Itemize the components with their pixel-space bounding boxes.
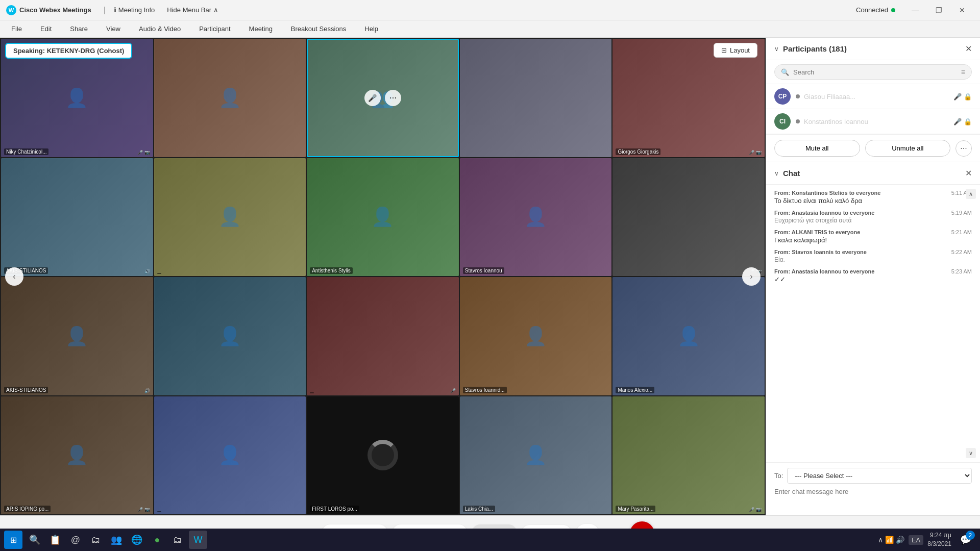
participant-mute-icon-1[interactable]: 🎤 <box>953 93 962 101</box>
video-cell-7[interactable]: 👤 <box>154 158 306 277</box>
participant-avatar-1: 👤 <box>65 87 88 109</box>
close-button[interactable]: ✕ <box>950 2 974 18</box>
notifications-button[interactable]: 💬 2 <box>957 531 975 549</box>
taskbar-mail[interactable]: @ <box>66 531 85 549</box>
menu-edit[interactable]: Edit <box>37 23 55 35</box>
participants-more-button[interactable]: ··· <box>955 140 972 157</box>
menu-participant[interactable]: Participant <box>196 23 233 35</box>
menu-meeting[interactable]: Meeting <box>246 23 276 35</box>
video-cell-2[interactable]: 👤 <box>154 39 306 157</box>
video-cell-14[interactable]: 👤 Stavros Ioannid... <box>460 277 612 395</box>
taskbar-clock[interactable]: 9:24 πμ 8/3/2021 <box>927 531 951 548</box>
menu-help[interactable]: Help <box>361 23 381 35</box>
video-cell-6[interactable]: AKIS-STILIANOS 🔊 <box>1 158 153 277</box>
video-cell-18[interactable]: FIRST LOROS po... <box>307 396 459 515</box>
video-cell-16[interactable]: 👤 ARIS IOPING po... 🎤 📷 <box>1 396 153 515</box>
video-cell-11[interactable]: 👤 AKIS-STILIANOS 🔊 <box>1 277 153 395</box>
taskbar-explorer[interactable]: 🗂 <box>168 531 187 549</box>
chat-scroll-down-button[interactable]: ∨ <box>966 448 976 458</box>
chat-msg-header-3: From: ALKANI TRIS to everyone 5:21 AM <box>774 229 972 235</box>
chat-msg-header-4: From: Stavros Ioannis to everyone 5:22 A… <box>774 249 972 255</box>
speaker-more-btn[interactable]: ⋯ <box>385 90 401 106</box>
menu-file[interactable]: File <box>8 23 25 35</box>
participants-search-input[interactable] <box>793 68 957 76</box>
chat-recipient-select[interactable]: --- Please Select --- Everyone <box>787 468 972 484</box>
participants-close-button[interactable]: ✕ <box>965 44 972 54</box>
participant-status-dot-2 <box>796 119 800 123</box>
participant-mute-icon-2[interactable]: 🎤 <box>953 118 962 126</box>
menu-audio-video[interactable]: Audio & Video <box>136 23 184 35</box>
participant-avatar-15: 👤 <box>677 325 700 347</box>
filter-icon[interactable]: ≡ <box>961 68 965 76</box>
chat-close-button[interactable]: ✕ <box>965 168 972 178</box>
participants-header: ∨ Participants (181) ✕ <box>766 38 980 60</box>
meeting-info-button[interactable]: ℹ Meeting Info <box>110 5 159 15</box>
mute-icon-1: 🎤 <box>137 150 143 155</box>
video-off-icon-5: 📷 <box>756 150 762 155</box>
video-cell-8[interactable]: 👤 Antisthenis Stylis <box>307 158 459 277</box>
menu-breakout-sessions[interactable]: Breakout Sessions <box>288 23 349 35</box>
hide-menu-button[interactable]: Hide Menu Bar ∧ <box>163 5 223 15</box>
speaker-mute-toggle[interactable]: 🎤 <box>364 90 381 106</box>
video-cell-13[interactable]: 🎤 <box>307 277 459 395</box>
minimize-button[interactable]: — <box>903 2 927 18</box>
chat-message-input[interactable] <box>774 488 972 508</box>
video-icons-6: 🔊 <box>144 269 150 274</box>
participant-status-dot-1 <box>796 94 800 98</box>
participant-name-18: FIRST LOROS po... <box>310 506 359 512</box>
participant-avatar-2: 👤 <box>218 87 241 109</box>
taskbar-teams[interactable]: 👥 <box>107 531 126 549</box>
restore-button[interactable]: ❐ <box>927 2 950 18</box>
participants-collapse-icon[interactable]: ∨ <box>774 45 779 53</box>
video-grid: 👤 Niky Chatzinicol... 🎤 📷 👤 👥 🎤 ⋯ <box>0 38 766 515</box>
participant-name-14: Stavros Ioannid... <box>463 387 507 393</box>
participant-name-11: AKIS-STILIANOS <box>4 387 48 393</box>
chat-time-4: 5:22 AM <box>951 249 972 255</box>
nav-next-arrow[interactable]: › <box>742 267 761 286</box>
participant-actions-2: 🎤 🔒 <box>953 118 972 126</box>
language-indicator[interactable]: ΕΛ <box>909 535 923 545</box>
volume-icon[interactable]: 🔊 <box>896 536 904 544</box>
chat-collapse-icon[interactable]: ∨ <box>774 170 779 177</box>
chat-messages-area[interactable]: ∧ From: Konstantinos Stelios to everyone… <box>766 185 980 462</box>
taskbar-files[interactable]: 🗂 <box>87 531 105 549</box>
menu-view[interactable]: View <box>103 23 124 35</box>
unmute-all-button[interactable]: Unmute all <box>865 140 951 157</box>
speaker-icon-11: 🔊 <box>144 388 150 393</box>
taskbar-taskview[interactable]: 📋 <box>46 531 64 549</box>
chat-message-2: From: Anastasia Ioannou to everyone 5:19… <box>774 210 972 224</box>
video-cell-4[interactable] <box>460 39 612 157</box>
menu-share[interactable]: Share <box>67 23 91 35</box>
video-cell-3[interactable]: 👥 🎤 ⋯ <box>307 39 459 157</box>
network-icon[interactable]: 📶 <box>885 536 894 544</box>
video-cell-15[interactable]: 👤 Manos Alexio... <box>612 277 765 395</box>
speaking-text: Speaking: KETEKNY-DRG (Cohost) <box>13 47 124 55</box>
video-cell-19[interactable]: 👤 Lakis Chia... <box>460 396 612 515</box>
taskbar-search[interactable]: 🔍 <box>26 531 44 549</box>
video-cell-12[interactable]: 👤 <box>154 277 306 395</box>
nav-prev-arrow[interactable]: ‹ <box>5 267 23 286</box>
participant-video-icon-2[interactable]: 🔒 <box>964 118 972 126</box>
participant-name-5: Giorgos Giorgakis <box>616 148 660 155</box>
grid-layout-icon: ⊞ <box>721 46 727 54</box>
menu-bar: File Edit Share View Audio & Video Parti… <box>0 20 980 38</box>
video-cell-20[interactable]: Mary Pasarita... 🎤 📷 <box>612 396 765 515</box>
clock-time: 9:24 πμ <box>927 531 951 540</box>
video-cell-10[interactable]: 🎤 📷 <box>612 158 765 277</box>
mute-all-button[interactable]: Mute all <box>774 140 860 157</box>
video-cell-17[interactable]: 👤 <box>154 396 306 515</box>
participant-video-icon-1[interactable]: 🔒 <box>964 93 972 101</box>
video-cell-9[interactable]: 👤 Stavros Ioannou <box>460 158 612 277</box>
meeting-info-label: Meeting Info <box>118 6 155 14</box>
show-hidden-icons[interactable]: ∧ <box>878 536 883 544</box>
chat-section: ∨ Chat ✕ ∧ From: Konstantinos Stelios to… <box>766 162 980 515</box>
participant-avatar-16: 👤 <box>65 444 88 466</box>
participant-name-9: Stavros Ioannou <box>463 267 504 274</box>
layout-button[interactable]: ⊞ Layout <box>714 43 757 58</box>
taskbar-ie[interactable]: 🌐 <box>128 531 146 549</box>
taskbar-chrome[interactable]: ● <box>148 531 166 549</box>
window-controls: — ❐ ✕ <box>903 2 974 18</box>
chat-scroll-up-button[interactable]: ∧ <box>966 189 976 199</box>
start-button[interactable]: ⊞ <box>4 531 22 549</box>
taskbar-webex[interactable]: W <box>189 531 207 549</box>
